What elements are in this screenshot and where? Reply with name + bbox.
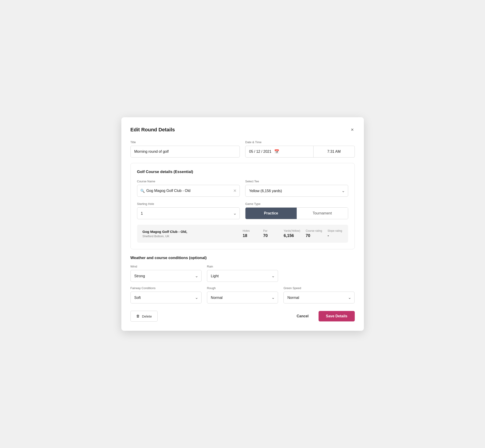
- wind-select-wrapper: None Light Moderate Strong ⌄: [130, 270, 202, 282]
- green-speed-select-wrapper: Slow Normal Fast ⌄: [283, 292, 355, 304]
- weather-section-title: Weather and course conditions (optional): [130, 256, 355, 260]
- course-main-name: Gog Magog Golf Club - Old,: [143, 230, 237, 233]
- yards-stat: Yards(Yellow) 6,156: [278, 229, 300, 238]
- wind-label: Wind: [130, 265, 202, 268]
- modal-header: Edit Round Details ×: [130, 126, 355, 133]
- tee-select-wrapper: Yellow (6,156 yards) White (6,500 yards)…: [245, 185, 348, 197]
- course-info-name: Gog Magog Golf Club - Old, Shelford Bott…: [143, 230, 237, 238]
- hole-select-wrapper: 1 10 ⌄: [137, 207, 240, 219]
- rough-select-wrapper: Soft Normal Firm ⌄: [207, 292, 278, 304]
- yards-value: 6,156: [284, 233, 294, 238]
- select-tee-label: Select Tee: [245, 180, 348, 183]
- fairway-group: Fairway Conditions Soft Normal Firm ⌄: [130, 286, 202, 304]
- course-tee-row: Course Name 🔍 ✕ Select Tee Yellow (6,156…: [137, 180, 348, 197]
- course-rating-value: 70: [306, 233, 310, 238]
- date-field[interactable]: 05 / 12 / 2021 📅: [245, 146, 314, 158]
- modal-title: Edit Round Details: [130, 127, 175, 133]
- course-rating-label: Course rating: [306, 229, 322, 232]
- rough-group: Rough Soft Normal Firm ⌄: [207, 286, 278, 304]
- edit-round-modal: Edit Round Details × Title Date & Time 0…: [121, 117, 364, 331]
- rain-group: Rain None Light Moderate Heavy ⌄: [207, 265, 278, 282]
- footer-row: 🗑 Delete Cancel Save Details: [130, 311, 355, 322]
- date-time-group: Date & Time 05 / 12 / 2021 📅 7:31 AM: [245, 140, 355, 158]
- rain-select-wrapper: None Light Moderate Heavy ⌄: [207, 270, 278, 282]
- title-label: Title: [130, 140, 240, 144]
- slope-rating-stat: Slope rating -: [322, 229, 343, 238]
- course-location: Shelford Bottom, UK: [143, 234, 237, 238]
- course-name-input[interactable]: [137, 185, 240, 197]
- game-type-group: Game Type Practice Tournament: [245, 202, 348, 219]
- rough-select[interactable]: Soft Normal Firm: [207, 292, 278, 304]
- fairway-select-wrapper: Soft Normal Firm ⌄: [130, 292, 202, 304]
- close-button[interactable]: ×: [350, 126, 355, 133]
- game-type-label: Game Type: [245, 202, 348, 206]
- course-name-label: Course Name: [137, 180, 240, 183]
- course-name-group: Course Name 🔍 ✕: [137, 180, 240, 197]
- time-field[interactable]: 7:31 AM: [314, 146, 355, 158]
- wind-group: Wind None Light Moderate Strong ⌄: [130, 265, 202, 282]
- title-date-row: Title Date & Time 05 / 12 / 2021 📅 7:31 …: [130, 140, 355, 158]
- tournament-button[interactable]: Tournament: [297, 208, 348, 219]
- course-info-box: Gog Magog Golf Club - Old, Shelford Bott…: [137, 225, 348, 243]
- title-input[interactable]: [130, 146, 240, 158]
- fairway-select[interactable]: Soft Normal Firm: [130, 292, 202, 304]
- par-value: 70: [263, 233, 268, 238]
- select-tee-group: Select Tee Yellow (6,156 yards) White (6…: [245, 180, 348, 197]
- title-group: Title: [130, 140, 240, 158]
- delete-label: Delete: [142, 314, 152, 318]
- course-rating-stat: Course rating 70: [300, 229, 322, 238]
- time-value: 7:31 AM: [327, 150, 341, 154]
- slope-rating-label: Slope rating: [328, 229, 342, 232]
- par-stat: Par 70: [258, 229, 278, 238]
- date-value: 05 / 12 / 2021: [249, 150, 271, 154]
- date-time-label: Date & Time: [245, 140, 355, 144]
- course-search-wrapper: 🔍 ✕: [137, 185, 240, 197]
- green-speed-group: Green Speed Slow Normal Fast ⌄: [283, 286, 355, 304]
- fairway-label: Fairway Conditions: [130, 286, 202, 290]
- wind-select[interactable]: None Light Moderate Strong: [130, 270, 202, 282]
- holes-stat: Holes 18: [237, 229, 258, 238]
- trash-icon: 🗑: [136, 314, 140, 318]
- date-time-fields: 05 / 12 / 2021 📅 7:31 AM: [245, 146, 355, 158]
- golf-course-title: Golf Course details (Essential): [137, 170, 348, 174]
- wind-rain-row: Wind None Light Moderate Strong ⌄ Rain N…: [130, 265, 355, 282]
- game-type-toggle: Practice Tournament: [245, 207, 348, 219]
- clear-course-icon[interactable]: ✕: [233, 188, 237, 193]
- calendar-icon: 📅: [274, 149, 279, 154]
- conditions-row: Fairway Conditions Soft Normal Firm ⌄ Ro…: [130, 286, 355, 304]
- weather-section: Weather and course conditions (optional)…: [130, 256, 355, 304]
- yards-label: Yards(Yellow): [284, 229, 300, 232]
- starting-hole-label: Starting Hole: [137, 202, 240, 206]
- golf-course-section: Golf Course details (Essential) Course N…: [130, 163, 355, 249]
- rain-label: Rain: [207, 265, 278, 268]
- holes-value: 18: [243, 233, 247, 238]
- delete-button[interactable]: 🗑 Delete: [130, 311, 158, 322]
- search-icon: 🔍: [140, 189, 145, 193]
- starting-hole-group: Starting Hole 1 10 ⌄: [137, 202, 240, 219]
- slope-rating-value: -: [328, 233, 329, 238]
- starting-hole-select[interactable]: 1 10: [137, 207, 240, 219]
- tee-select[interactable]: Yellow (6,156 yards) White (6,500 yards)…: [245, 185, 348, 197]
- green-speed-label: Green Speed: [283, 286, 355, 290]
- cancel-button[interactable]: Cancel: [292, 311, 313, 321]
- holes-label: Holes: [243, 229, 250, 232]
- hole-gametype-row: Starting Hole 1 10 ⌄ Game Type Practice …: [137, 202, 348, 219]
- rough-label: Rough: [207, 286, 278, 290]
- par-label: Par: [263, 229, 267, 232]
- green-speed-select[interactable]: Slow Normal Fast: [283, 292, 355, 304]
- save-button[interactable]: Save Details: [319, 311, 355, 321]
- footer-right: Cancel Save Details: [292, 311, 355, 321]
- practice-button[interactable]: Practice: [245, 208, 297, 219]
- rain-select[interactable]: None Light Moderate Heavy: [207, 270, 278, 282]
